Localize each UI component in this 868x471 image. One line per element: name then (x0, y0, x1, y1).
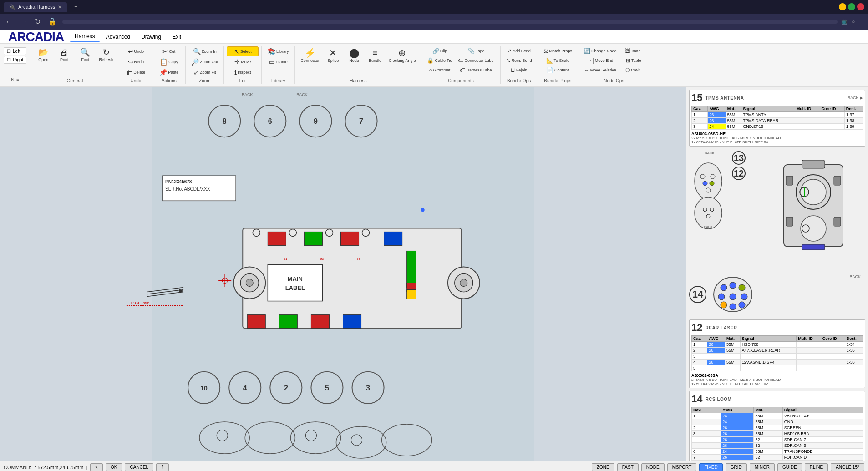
undo-buttons: ↩ Undo ↪ Redo 🗑 Delete (122, 46, 149, 77)
menu-bar: ARCADIA Harness Advanced Drawing Exit (0, 30, 868, 44)
zone-btn[interactable]: ZONE (592, 463, 614, 471)
cavit-btn[interactable]: ⬡ Cavit. (620, 66, 647, 75)
content-btn[interactable]: 📄 Content (541, 66, 575, 75)
menu-drawing[interactable]: Drawing (137, 32, 166, 42)
less-btn[interactable]: < (90, 463, 103, 471)
right-icon: ☐ (7, 57, 11, 62)
inspect-btn[interactable]: ℹ Inspect (227, 67, 259, 77)
cell-core (820, 118, 844, 124)
tab-close-icon[interactable]: ✕ (58, 5, 61, 10)
back-btn[interactable]: ← (4, 17, 15, 27)
clocking-btn[interactable]: ⊕ Clocking Angle (386, 46, 419, 65)
browser-refresh-btn[interactable]: ↻ (33, 16, 42, 27)
fixed-btn[interactable]: FIXED (699, 463, 722, 471)
fast-btn[interactable]: FAST (617, 463, 639, 471)
copy-btn[interactable]: 📋 Copy (155, 57, 183, 67)
find-btn[interactable]: 🔍 Find (75, 46, 95, 64)
print-btn[interactable]: 🖨 Print (54, 46, 74, 64)
svg-text:8: 8 (223, 117, 227, 125)
zoom-out-btn[interactable]: 🔎 Zoom Out (188, 57, 221, 67)
cut-label: Cut (169, 49, 175, 54)
node-btn[interactable]: NODE (641, 463, 665, 471)
rline-btn[interactable]: RLINE (805, 463, 828, 471)
connector-btn[interactable]: ⚡ Connector (298, 46, 322, 65)
svg-text:SER.No.  ABCDE/XXX: SER.No. ABCDE/XXX (165, 187, 210, 192)
cast-icon[interactable]: 📺 (841, 19, 848, 25)
guide-btn[interactable]: GUIDE (777, 463, 802, 471)
cancel-btn[interactable]: CANCEL (125, 463, 153, 471)
nav-left-btn[interactable]: ☐ Left (4, 47, 26, 55)
menu-advanced[interactable]: Advanced (102, 32, 135, 42)
table-row: 32655MHSD105.BRA (692, 431, 863, 437)
select-btn[interactable]: ↖ Select (227, 46, 259, 56)
grommet-btn[interactable]: ○ Grommet (424, 66, 455, 75)
table-btn[interactable]: ⊞ Table (620, 56, 647, 65)
cable-tie-icon: 🔒 (427, 58, 434, 63)
minimize-btn[interactable] (839, 3, 846, 10)
svg-point-70 (695, 163, 722, 199)
change-node-btn[interactable]: 🔄 Change Node (581, 46, 619, 56)
help-btn[interactable]: ? (156, 463, 169, 471)
splice-btn[interactable]: ✕ Splice (323, 46, 343, 65)
redo-btn[interactable]: ↪ Redo (122, 57, 149, 67)
table-row: 1 26 55M HSD.708 1-34 (692, 342, 863, 348)
open-btn[interactable]: 📂 Open (33, 46, 53, 64)
delete-btn[interactable]: 🗑 Delete (122, 67, 149, 77)
image-btn[interactable]: 🖼 Imag. (620, 46, 647, 56)
node-btn[interactable]: ⬤ Node (344, 46, 364, 65)
add-bend-btn[interactable]: ↗ Add Bend (503, 46, 535, 56)
zoom-fit-btn[interactable]: ⤢ Zoom Fit (188, 67, 221, 77)
connector-label-btn[interactable]: 🏷 Connector Label (455, 56, 497, 65)
svg-point-103 (730, 304, 736, 310)
move-relative-label: Move Relative (590, 68, 616, 72)
nav-right-btn[interactable]: ☐ Right (4, 56, 26, 64)
move-end-btn[interactable]: →| Move End (581, 56, 619, 65)
svg-text:4: 4 (243, 384, 247, 392)
bookmark-icon[interactable]: ☆ (851, 19, 856, 25)
menu-icon[interactable]: ⋮ (859, 19, 864, 25)
add-bend-icon: ↗ (507, 48, 512, 54)
move-relative-btn[interactable]: ↔ Move Relative (581, 66, 619, 75)
rejoin-btn[interactable]: ⊔ Rejoin (503, 66, 535, 75)
to-scale-btn[interactable]: 📐 To Scale (541, 56, 575, 65)
cut-btn[interactable]: ✂ Cut (155, 46, 183, 56)
redo-icon: ↪ (128, 59, 133, 65)
svg-point-98 (739, 284, 745, 291)
move-btn[interactable]: ✛ Move (227, 57, 259, 67)
maximize-btn[interactable] (848, 3, 855, 10)
bundle-ops-col: ↗ Add Bend ↘ Rem. Bend ⊔ Rejoin (503, 46, 535, 75)
tape-btn[interactable]: 📎 Tape (455, 46, 497, 56)
back-label-1: BACK ▶ (848, 96, 863, 100)
grid-btn[interactable]: GRID (726, 463, 747, 471)
canvas-area[interactable]: BACK BACK 8 6 9 7 PN12345678 SER.No. ABC… (0, 87, 686, 461)
harness-label-btn[interactable]: 🏷 Harness Label (455, 66, 497, 75)
browser-lock-btn[interactable]: 🔒 (46, 16, 59, 27)
address-bar[interactable] (62, 20, 838, 24)
ok-btn[interactable]: OK (106, 463, 122, 471)
close-btn[interactable] (857, 3, 864, 10)
clip-btn[interactable]: 🔗 Clip (424, 46, 455, 56)
forward-btn[interactable]: → (18, 17, 29, 27)
col-awg: AWG (707, 336, 725, 342)
refresh-btn[interactable]: ↻ Refresh (96, 46, 116, 64)
undo-btn[interactable]: ↩ Undo (122, 46, 149, 56)
match-props-btn[interactable]: ⚖ Match Props (541, 46, 575, 56)
app-tab[interactable]: 🔌 Arcadia Harness ✕ (4, 2, 67, 12)
minor-btn[interactable]: MINOR (750, 463, 775, 471)
msport-btn[interactable]: MSPORT (667, 463, 697, 471)
cable-tie-btn[interactable]: 🔒 Cable Tie (424, 56, 455, 65)
menu-harness[interactable]: Harness (70, 31, 100, 42)
rem-bend-btn[interactable]: ↘ Rem. Bend (503, 56, 535, 65)
library-btn[interactable]: 📚 Library (264, 46, 292, 56)
frame-btn[interactable]: ▭ Frame (264, 57, 292, 67)
table-row: 72652FOH.CAN.D (692, 455, 863, 461)
angle-btn[interactable]: ANGLE:15° (831, 463, 864, 471)
zoom-in-btn[interactable]: 🔍 Zoom In (188, 46, 221, 56)
paste-btn[interactable]: 📌 Paste (155, 67, 183, 77)
cell-mult (795, 124, 820, 130)
add-tab-btn[interactable]: + (71, 2, 81, 12)
menu-exit[interactable]: Exit (168, 32, 186, 42)
svg-rect-94 (802, 244, 825, 250)
bundle-icon: ≡ (372, 48, 378, 57)
bundle-btn[interactable]: ≡ Bundle (365, 46, 385, 65)
